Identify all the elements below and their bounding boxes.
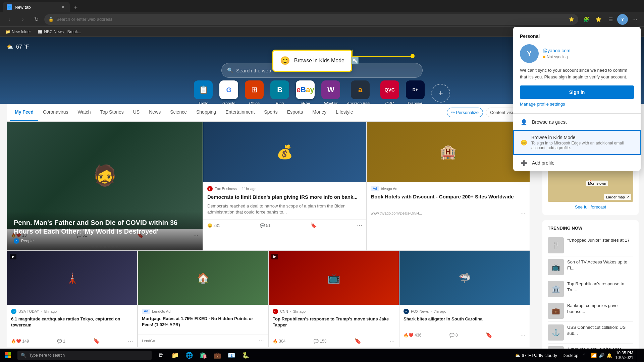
mortgage-ad-card[interactable]: 🏠 Ad LendGo Ad Mortgage Rates at 1.75% F… bbox=[138, 251, 268, 347]
cnn-republican-card[interactable]: ▶ 📺 C CNN · 3hr ago Top Republican's res… bbox=[268, 251, 399, 347]
quick-link-qvc[interactable]: QVC QVC bbox=[380, 80, 399, 106]
quick-link-wayfair[interactable]: W Wayfair bbox=[321, 80, 340, 106]
fox-source-time: 11hr ago bbox=[242, 187, 256, 191]
profile-message: We can't sync to your account since we n… bbox=[520, 67, 634, 80]
browse-kids-item[interactable]: 😊 Browse in Kids Mode To sign in to Micr… bbox=[513, 130, 641, 155]
tab-close-button[interactable]: ✕ bbox=[60, 4, 66, 10]
active-tab[interactable]: 🌐 New tab ✕ bbox=[3, 2, 70, 12]
trending-item-1[interactable]: 🍴 "Chopped Junior" star dies at 17 bbox=[548, 235, 633, 256]
tab-top-stories[interactable]: Top Stories bbox=[96, 104, 128, 121]
settings-button[interactable]: ⋯ bbox=[629, 14, 640, 25]
kids-mode-popup: 😊 Browse in Kids Mode ↖️ bbox=[272, 50, 352, 72]
trending-item-3[interactable]: 🏛️ Top Republican's response to Tru... bbox=[548, 278, 633, 300]
quick-link-office[interactable]: ⊞ Office bbox=[245, 80, 264, 106]
kids-mode-popup-text: Browse in Kids Mode bbox=[294, 58, 344, 64]
trending-item-4[interactable]: 💼 Bankrupt companies gave bonuse... bbox=[548, 300, 633, 322]
hotel-more-icon[interactable]: ⋯ bbox=[520, 210, 526, 216]
mortgage-more-icon[interactable]: ⋯ bbox=[259, 338, 264, 344]
tab-lifestyle[interactable]: Lifestyle bbox=[331, 104, 358, 121]
office-taskbar-button[interactable]: 💼 bbox=[211, 349, 224, 362]
see-forecast-link[interactable]: See full forecast bbox=[548, 204, 633, 209]
volume-icon[interactable]: 🔊 bbox=[599, 353, 604, 358]
bookmark-folder[interactable]: 📁 New folder bbox=[3, 28, 34, 36]
cnn-more-icon[interactable]: ⋯ bbox=[389, 338, 395, 344]
taskbar-expand-icon[interactable]: ⌃ bbox=[581, 353, 588, 358]
shark-bookmark-icon[interactable]: 🔖 bbox=[486, 332, 492, 338]
manage-profile-link[interactable]: Manage profile settings bbox=[520, 102, 634, 107]
shark-more-icon[interactable]: ⋯ bbox=[520, 332, 526, 338]
shark-card[interactable]: 🦈 F FOX News · 7hr ago Shark bites allig… bbox=[399, 251, 530, 347]
bookmark-folder-label: New folder bbox=[12, 29, 31, 34]
quick-link-amazon[interactable]: a Amazon Assi... bbox=[347, 80, 373, 106]
tab-shopping[interactable]: Shopping bbox=[192, 104, 221, 121]
tab-coronavirus[interactable]: Coronavirus bbox=[38, 104, 73, 121]
tab-sports[interactable]: Sports bbox=[259, 104, 282, 121]
sync-status-dot bbox=[543, 56, 545, 58]
tokyo-bookmark-icon[interactable]: 🔖 bbox=[93, 338, 100, 344]
browse-guest-item[interactable]: 👤 Browse as guest bbox=[513, 114, 641, 130]
start-button[interactable] bbox=[0, 349, 16, 362]
quick-link-trello[interactable]: 📋 Trello bbox=[194, 80, 213, 106]
tab-news[interactable]: News bbox=[144, 104, 165, 121]
mail-button[interactable]: 📧 bbox=[225, 349, 238, 362]
profile-button[interactable]: Y bbox=[617, 14, 628, 25]
taskbar-weather[interactable]: ⛅ 67°F Partly cloudy bbox=[512, 353, 560, 358]
shark-reactions: 🔥❤️ 436 bbox=[404, 333, 421, 338]
fox-more-icon[interactable]: ⋯ bbox=[357, 222, 362, 229]
personalize-button[interactable]: ✏ Personalize bbox=[447, 108, 483, 117]
cnn-bookmark-icon[interactable]: 🔖 bbox=[355, 338, 361, 344]
quick-link-google[interactable]: G Google bbox=[219, 80, 238, 106]
tab-favicon: 🌐 bbox=[7, 4, 12, 10]
address-bar[interactable]: 🔒 ⭐ bbox=[44, 14, 578, 25]
new-tab-button[interactable]: + bbox=[71, 3, 80, 12]
tab-science[interactable]: Science bbox=[165, 104, 192, 121]
tokyo-more-icon[interactable]: ⋯ bbox=[128, 338, 133, 344]
quick-link-ebay[interactable]: eBay eBay bbox=[296, 80, 315, 106]
larger-map-button[interactable]: Larger map ↗ bbox=[604, 194, 631, 200]
ad-badge: Ad bbox=[371, 186, 379, 191]
fox-bookmark-icon[interactable]: 🔖 bbox=[310, 222, 317, 229]
task-view-button[interactable]: ⧉ bbox=[154, 349, 168, 362]
taskbar-search[interactable]: 🔍 Type here to search bbox=[17, 351, 152, 360]
feed-section: My Feed Coronavirus Watch Top Stories US… bbox=[0, 104, 537, 349]
hotel-ad-card[interactable]: 🏨 Ad trivago Ad Book Hotels with Discoun… bbox=[367, 121, 530, 251]
fox-business-card[interactable]: 💰 F Fox Business · 11hr ago Democrats to… bbox=[203, 121, 367, 251]
forward-button[interactable]: › bbox=[17, 14, 28, 25]
edge-browser-button[interactable]: 🌐 bbox=[182, 349, 196, 362]
tokyo-earthquake-card[interactable]: ▶ 🗼 U USA TODAY · 5hr ago 6.1 magnitude … bbox=[7, 251, 138, 347]
profile-actions: 👤 Browse as guest 😊 Browse in Kids Mode … bbox=[513, 114, 641, 171]
python-button[interactable]: 🐍 bbox=[239, 349, 252, 362]
bookmark-nbc[interactable]: 📰 NBC News - Break... bbox=[35, 28, 84, 36]
add-profile-item[interactable]: ➕ Add profile bbox=[513, 155, 641, 171]
file-explorer-button[interactable]: 📁 bbox=[168, 349, 182, 362]
quick-link-disney[interactable]: D+ Disney+ bbox=[406, 80, 425, 106]
tab-money[interactable]: Money bbox=[308, 104, 331, 121]
tab-entertainment[interactable]: Entertainment bbox=[221, 104, 259, 121]
refresh-button[interactable]: ↻ bbox=[31, 14, 42, 25]
tab-us[interactable]: US bbox=[128, 104, 144, 121]
featured-overlay: Penn. Man's Father and Son Die of COVID … bbox=[7, 212, 203, 250]
trello-icon: 📋 bbox=[194, 80, 213, 99]
tab-esports[interactable]: Esports bbox=[282, 104, 308, 121]
tab-watch[interactable]: Watch bbox=[73, 104, 96, 121]
featured-news-card[interactable]: 🧔 Penn. Man's Father and Son Die of COVI… bbox=[7, 121, 203, 251]
tab-my-feed[interactable]: My Feed bbox=[10, 104, 38, 121]
battery-icon[interactable]: 🔔 bbox=[606, 353, 612, 358]
show-desktop-button[interactable] bbox=[636, 349, 641, 362]
back-button[interactable]: ‹ bbox=[4, 14, 15, 25]
extensions-button[interactable]: 🧩 bbox=[581, 14, 592, 25]
quick-link-bing[interactable]: B Bing bbox=[270, 80, 289, 106]
trending-item-5[interactable]: ⚓ USS Connecticut collision: US sub... bbox=[548, 322, 633, 344]
add-quick-link[interactable]: + bbox=[431, 84, 450, 103]
mortgage-title: Mortgage Rates at 1.75% FIXED - No Hidde… bbox=[142, 316, 264, 328]
collections-button[interactable]: ☰ bbox=[605, 14, 616, 25]
trending-item-2[interactable]: 📺 Son of TV Actress Wakes up to Fi... bbox=[548, 256, 633, 278]
network-icon[interactable]: 📶 bbox=[591, 353, 597, 358]
cnn-comments: 💬 153 bbox=[314, 339, 326, 344]
store-button[interactable]: 🛍️ bbox=[197, 349, 210, 362]
profile-header: Personal Y @yahoo.com Not syncing We can… bbox=[513, 27, 641, 114]
favorites-button[interactable]: ⭐ bbox=[593, 14, 604, 25]
trending-item-6[interactable]: 🦍 A mountain gorilla who once wen... bbox=[548, 344, 633, 349]
address-input[interactable] bbox=[56, 17, 566, 22]
sign-in-button[interactable]: Sign in bbox=[520, 85, 634, 99]
